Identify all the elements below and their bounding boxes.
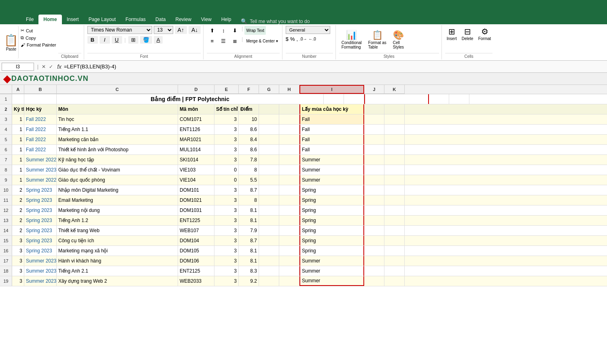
cell-j2[interactable] [364,104,384,114]
cell-a6[interactable]: 1 [12,145,24,154]
align-bottom-button[interactable]: ⬇ [229,26,240,35]
cell-i14[interactable]: Spring [299,226,364,235]
col-header-f[interactable]: F [239,85,259,94]
cell-a7[interactable]: 1 [12,155,24,165]
cell-f13[interactable]: 8.1 [239,216,259,225]
cell-f16[interactable]: 8.1 [239,246,259,256]
cell-j19[interactable] [364,276,384,286]
cell-e18[interactable]: 3 [214,266,239,276]
cell-i1[interactable] [364,94,429,104]
cell-e19[interactable]: 3 [214,276,239,286]
tab-view[interactable]: View [196,15,216,24]
cell-i15[interactable]: Spring [299,236,364,245]
cell-b13[interactable]: Spring 2023 [24,216,57,225]
cell-c15[interactable]: Công cụ tiện ích [57,236,178,245]
cell-a12[interactable]: 2 [12,205,24,215]
row-header-13[interactable]: 13 [0,216,12,225]
borders-button[interactable]: ⊞ [128,36,138,44]
cell-h9[interactable] [279,175,299,185]
cell-g13[interactable] [259,216,279,225]
currency-button[interactable]: $ [286,36,289,42]
cell-k16[interactable] [384,246,405,256]
cell-e15[interactable]: 3 [214,236,239,245]
cell-c4[interactable]: Tiếng Anh 1.1 [57,125,178,134]
cell-b12[interactable]: Spring 2023 [24,205,57,215]
cell-g15[interactable] [259,236,279,245]
cell-f9[interactable]: 5.5 [239,175,259,185]
tab-help[interactable]: Help [216,15,236,24]
cell-k11[interactable] [384,195,405,205]
italic-button[interactable]: I [100,36,110,44]
row-header-8[interactable]: 8 [0,165,12,175]
cell-d11[interactable]: DOM1021 [178,195,214,205]
col-header-a[interactable]: A [12,85,24,94]
comma-button[interactable]: , [297,36,298,42]
col-header-e[interactable]: E [214,85,239,94]
percent-button[interactable]: % [290,36,295,42]
fill-color-button[interactable]: 🪣 [140,36,152,44]
cell-i16[interactable]: Spring [299,246,364,256]
cell-c17[interactable]: Hành vi khách hàng [57,256,178,266]
cell-h6[interactable] [279,145,299,154]
cell-f6[interactable]: 8.6 [239,145,259,154]
align-middle-button[interactable]: ↕ [218,26,229,35]
cell-c10[interactable]: Nhập môn Digital Marketing [57,185,178,195]
cell-c7[interactable]: Kỹ năng học tập [57,155,178,165]
cell-f17[interactable]: 8.1 [239,256,259,266]
cell-g8[interactable] [259,165,279,175]
cell-d10[interactable]: DOM101 [178,185,214,195]
decrease-decimal-button[interactable]: ←.0 [309,37,316,41]
cell-a1[interactable] [12,94,24,104]
align-top-button[interactable]: ⬆ [207,26,217,35]
cell-d3[interactable]: COM1071 [178,114,214,124]
row-header-2[interactable]: 2 [0,104,12,114]
cell-j10[interactable] [364,185,384,195]
cell-d7[interactable]: SKI1014 [178,155,214,165]
cell-c16[interactable]: Marketing mạng xã hội [57,246,178,256]
tab-insert[interactable]: Insert [62,15,84,24]
cell-k14[interactable] [384,226,405,235]
cell-b15[interactable]: Spring 2023 [24,236,57,245]
tab-file[interactable]: File [21,15,38,24]
cell-a3[interactable]: 1 [12,114,24,124]
cell-g2[interactable] [259,104,279,114]
cell-k1[interactable] [449,94,469,104]
cell-a15[interactable]: 3 [12,236,24,245]
increase-decimal-button[interactable]: .0→ [299,37,307,41]
cell-c2[interactable]: Môn [57,104,178,114]
cell-f3[interactable]: 10 [239,114,259,124]
cell-b1[interactable] [24,94,57,104]
cell-k19[interactable] [384,276,405,286]
align-left-button[interactable]: ≡ [207,36,217,45]
cell-k17[interactable] [384,256,405,266]
cell-h11[interactable] [279,195,299,205]
cell-e5[interactable]: 3 [214,135,239,144]
cell-c1[interactable]: Bảng điểm | FPT Polytechnic [57,94,324,104]
cell-b8[interactable]: Summer 2023 [24,165,57,175]
cell-h13[interactable] [279,216,299,225]
row-header-1[interactable]: 1 [0,94,12,104]
cell-c14[interactable]: Thiết kế trang Web [57,226,178,235]
cell-f19[interactable]: 9.2 [239,276,259,286]
col-header-k[interactable]: K [384,85,405,94]
cell-b5[interactable]: Fall 2022 [24,135,57,144]
cell-h10[interactable] [279,185,299,195]
cell-b11[interactable]: Spring 2023 [24,195,57,205]
cell-c11[interactable]: Email Marketing [57,195,178,205]
cell-g12[interactable] [259,205,279,215]
tab-home[interactable]: Home [38,15,62,24]
cell-i19[interactable]: Summer [299,276,364,286]
row-header-16[interactable]: 16 [0,246,12,256]
cell-h16[interactable] [279,246,299,256]
cell-b10[interactable]: Spring 2023 [24,185,57,195]
tab-page-layout[interactable]: Page Layout [84,15,121,24]
cell-h19[interactable] [279,276,299,286]
cell-f5[interactable]: 8.4 [239,135,259,144]
cell-j7[interactable] [364,155,384,165]
cell-e7[interactable]: 3 [214,155,239,165]
cell-b4[interactable]: Fall 2022 [24,125,57,134]
cell-h18[interactable] [279,266,299,276]
row-header-5[interactable]: 5 [0,135,12,144]
cell-g14[interactable] [259,226,279,235]
cell-j15[interactable] [364,236,384,245]
